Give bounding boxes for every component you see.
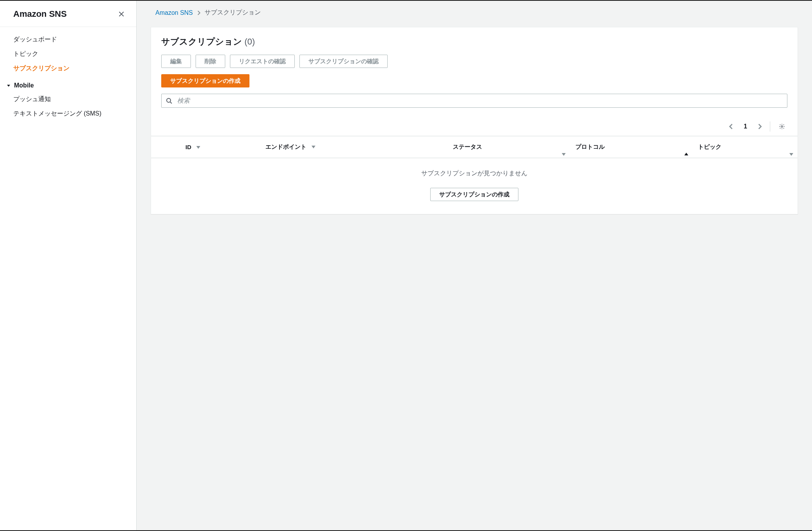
create-subscription-button[interactable]: サブスクリプションの作成 bbox=[161, 74, 249, 87]
column-endpoint[interactable]: エンドポイント bbox=[260, 136, 447, 158]
settings-button[interactable] bbox=[776, 121, 787, 132]
chevron-right-icon bbox=[757, 123, 762, 130]
empty-message: サブスクリプションが見つかりません bbox=[151, 159, 797, 182]
pager-divider bbox=[770, 121, 770, 132]
search-icon bbox=[166, 98, 172, 104]
app-root: Amazon SNS ダッシュボード トピック サブスクリプション Mobile… bbox=[0, 0, 812, 531]
empty-create-subscription-button[interactable]: サブスクリプションの作成 bbox=[430, 188, 518, 201]
table-body: サブスクリプションが見つかりません サブスクリプションの作成 bbox=[151, 158, 798, 214]
page-title-count: (0) bbox=[244, 37, 255, 46]
sidebar-close-button[interactable] bbox=[116, 9, 127, 20]
column-status[interactable]: ステータス bbox=[447, 136, 570, 158]
action-buttons: 編集 削除 リクエストの確認 サブスクリプションの確認 bbox=[161, 55, 787, 68]
pager-next-button[interactable] bbox=[754, 121, 765, 132]
sidebar-item-dashboard[interactable]: ダッシュボード bbox=[0, 32, 136, 47]
sidebar-section-label: Mobile bbox=[14, 82, 34, 89]
page-title: サブスクリプション (0) bbox=[161, 36, 787, 48]
main: Amazon SNS サブスクリプション サブスクリプション (0) 編集 削除… bbox=[137, 1, 812, 530]
delete-button[interactable]: 削除 bbox=[196, 55, 225, 68]
breadcrumb-current: サブスクリプション bbox=[205, 9, 261, 17]
subscriptions-table: ID エンドポイント ステータス bbox=[151, 136, 798, 214]
pager-page-number: 1 bbox=[740, 123, 751, 130]
column-topic[interactable]: トピック bbox=[693, 136, 798, 158]
confirm-subscription-button[interactable]: サブスクリプションの確認 bbox=[299, 55, 388, 68]
column-select bbox=[151, 136, 180, 158]
svg-point-1 bbox=[781, 126, 783, 127]
pager-prev-button[interactable] bbox=[726, 121, 737, 132]
search-input[interactable] bbox=[161, 94, 787, 108]
edit-button[interactable]: 編集 bbox=[161, 55, 191, 68]
sidebar-header: Amazon SNS bbox=[0, 1, 136, 27]
chevron-left-icon bbox=[729, 123, 734, 130]
empty-action: サブスクリプションの作成 bbox=[151, 182, 797, 214]
search-wrap bbox=[161, 94, 787, 108]
sort-icon bbox=[789, 152, 794, 156]
sidebar-item-topics[interactable]: トピック bbox=[0, 47, 136, 61]
chevron-down-icon bbox=[6, 83, 11, 88]
sidebar: Amazon SNS ダッシュボード トピック サブスクリプション Mobile… bbox=[0, 1, 137, 530]
primary-action-row: サブスクリプションの作成 bbox=[161, 74, 787, 87]
pager: 1 bbox=[151, 116, 798, 136]
close-icon bbox=[118, 11, 125, 18]
sidebar-nav-mobile: プッシュ通知 テキストメッセージング (SMS) bbox=[0, 92, 136, 121]
column-topic-label: トピック bbox=[698, 143, 721, 150]
column-id-label: ID bbox=[185, 144, 191, 150]
column-id[interactable]: ID bbox=[180, 136, 260, 158]
sidebar-item-push[interactable]: プッシュ通知 bbox=[0, 92, 136, 107]
sidebar-nav: ダッシュボード トピック サブスクリプション bbox=[0, 27, 136, 76]
sort-asc-icon bbox=[684, 152, 689, 156]
page-title-text: サブスクリプション bbox=[161, 37, 242, 46]
sidebar-section-mobile[interactable]: Mobile bbox=[0, 76, 136, 92]
sort-icon bbox=[311, 143, 316, 150]
breadcrumb: Amazon SNS サブスクリプション bbox=[137, 1, 812, 21]
subscriptions-card: サブスクリプション (0) 編集 削除 リクエストの確認 サブスクリプションの確… bbox=[151, 27, 798, 214]
sort-icon bbox=[196, 144, 201, 150]
column-protocol[interactable]: プロトコル bbox=[570, 136, 693, 158]
table-head: ID エンドポイント ステータス bbox=[151, 136, 798, 158]
sidebar-item-sms[interactable]: テキストメッセージング (SMS) bbox=[0, 107, 136, 121]
sidebar-item-subscriptions[interactable]: サブスクリプション bbox=[0, 61, 136, 76]
sort-icon bbox=[561, 152, 566, 156]
card-header: サブスクリプション (0) 編集 削除 リクエストの確認 サブスクリプションの確… bbox=[151, 27, 798, 116]
confirm-request-button[interactable]: リクエストの確認 bbox=[230, 55, 295, 68]
breadcrumb-root[interactable]: Amazon SNS bbox=[155, 9, 193, 16]
service-title: Amazon SNS bbox=[13, 9, 67, 19]
column-status-label: ステータス bbox=[453, 143, 482, 150]
column-endpoint-label: エンドポイント bbox=[265, 143, 306, 150]
chevron-right-icon bbox=[197, 10, 201, 16]
svg-point-0 bbox=[167, 98, 171, 102]
gear-icon bbox=[779, 123, 785, 130]
column-protocol-label: プロトコル bbox=[575, 143, 605, 150]
